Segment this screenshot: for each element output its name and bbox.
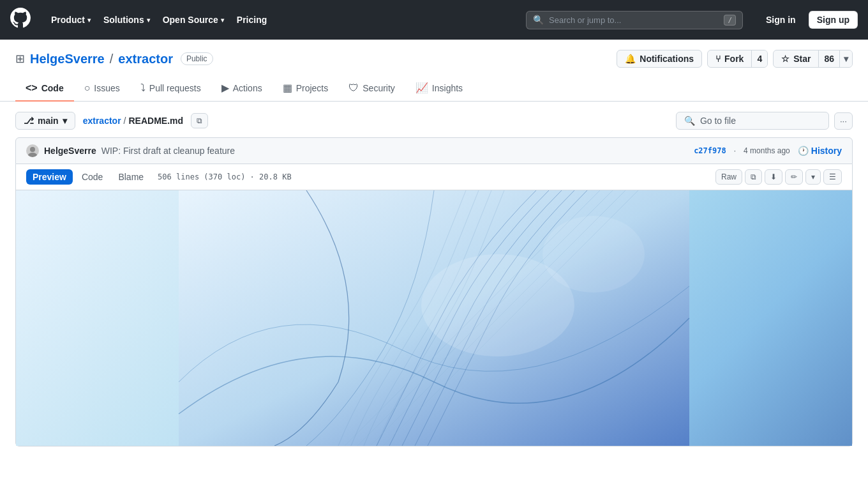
tab-security[interactable]: 🛡 Security [338,75,405,102]
github-logo[interactable] [10,8,31,32]
sign-up-button[interactable]: Sign up [809,11,858,29]
file-preview-area [16,190,852,446]
fork-icon: ⑂ [715,54,721,64]
more-file-options-button[interactable]: ▾ [805,169,821,185]
header: Product ▾ Solutions ▾ Open Source ▾ Pric… [0,0,868,40]
open-source-chevron-icon: ▾ [221,17,224,24]
breadcrumb-repo-link[interactable]: extractor [83,116,121,126]
nav-pricing[interactable]: Pricing [232,12,272,27]
search-placeholder: Search or jump to... [549,15,621,25]
download-icon: ⬇ [770,172,777,181]
list-button[interactable]: ☰ [823,169,842,185]
file-content-tabs: Preview Code Blame [26,169,150,185]
header-auth: Sign in Sign up [758,11,858,29]
svg-point-0 [30,147,35,152]
tab-preview[interactable]: Preview [26,169,73,185]
tab-insights[interactable]: 📈 Insights [405,75,473,102]
star-group: ☆ Star 86 ▾ [773,50,853,68]
bell-icon: 🔔 [625,54,636,64]
branch-icon: ⎇ [24,116,34,126]
security-icon: 🛡 [348,82,359,94]
product-chevron-icon: ▾ [87,17,91,24]
star-dropdown-button[interactable]: ▾ [839,50,852,67]
star-count[interactable]: 86 [818,50,839,67]
insights-icon: 📈 [415,82,428,94]
repo-tabs: <> Code ○ Issues ⤵ Pull requests ▶ Actio… [15,75,853,101]
fork-button[interactable]: ⑂ Fork [708,50,751,67]
history-link[interactable]: 🕐 History [798,146,842,156]
star-button[interactable]: ☆ Star [774,50,818,67]
more-options-icon: ··· [840,116,847,126]
pull-request-icon: ⤵ [140,82,146,94]
repo-icon: ⊞ [15,52,25,66]
go-to-file-input[interactable]: 🔍 Go to file [676,112,829,130]
breadcrumb-file: README.md [129,116,184,126]
tab-pull-requests[interactable]: ⤵ Pull requests [130,75,211,102]
projects-icon: ▦ [283,82,292,94]
repo-title-row: ⊞ HelgeSverre / extractor Public 🔔 Notif… [15,50,853,68]
main-nav: Product ▾ Solutions ▾ Open Source ▾ Pric… [46,12,272,27]
tab-code-view[interactable]: Code [75,169,109,185]
history-icon: 🕐 [798,146,809,156]
search-icon: 🔍 [533,15,544,25]
repo-title: ⊞ HelgeSverre / extractor Public [15,52,213,66]
breadcrumb: extractor / README.md ⧉ [83,113,208,128]
actions-icon: ▶ [221,82,229,94]
commit-sha-link[interactable]: c27f978 [694,146,726,155]
repo-visibility-badge: Public [181,52,213,65]
commit-left: HelgeSverre WIP: First draft at cleanup … [26,144,235,157]
nav-product[interactable]: Product ▾ [46,12,96,27]
breadcrumb-separator: / [124,116,126,126]
nav-open-source[interactable]: Open Source ▾ [158,12,229,27]
copy-path-button[interactable]: ⧉ [191,113,208,128]
branch-selector[interactable]: ⎇ main ▾ [15,112,75,130]
repo-owner-link[interactable]: HelgeSverre [30,52,105,66]
edit-button[interactable]: ✏ [785,169,803,185]
fork-count[interactable]: 4 [751,50,767,67]
svg-point-1 [28,153,37,157]
issues-icon: ○ [84,82,91,94]
commit-author-link[interactable]: HelgeSverre [44,146,96,156]
copy-icon: ⧉ [197,116,202,125]
star-icon: ☆ [781,54,789,64]
copy-file-icon: ⧉ [751,172,756,181]
commit-message: WIP: First draft at cleanup feature [101,146,235,156]
search-shortcut: / [724,15,736,26]
file-tabs-row: Preview Code Blame 506 lines (370 loc) ·… [16,164,852,190]
file-nav: ⎇ main ▾ extractor / README.md ⧉ 🔍 Go to… [15,112,853,130]
nav-solutions[interactable]: Solutions ▾ [98,12,155,27]
solutions-chevron-icon: ▾ [147,17,150,24]
commit-time: 4 months ago [744,146,790,155]
svg-point-4 [542,216,645,293]
repo-name-link[interactable]: extractor [118,52,173,66]
tab-projects[interactable]: ▦ Projects [273,75,339,102]
tab-issues[interactable]: ○ Issues [74,75,130,102]
file-content-box: Preview Code Blame 506 lines (370 loc) ·… [15,164,853,446]
commit-author-avatar [26,144,39,157]
commit-info-row: HelgeSverre WIP: First draft at cleanup … [15,137,853,164]
tab-code[interactable]: <> Code [15,75,74,102]
copy-file-button[interactable]: ⧉ [745,169,762,185]
tab-actions[interactable]: ▶ Actions [211,75,273,102]
list-icon: ☰ [829,172,836,181]
more-options-button[interactable]: ··· [834,112,853,130]
file-meta: 506 lines (370 loc) · 20.8 KB [158,172,292,181]
readme-image [16,190,852,446]
commit-right: c27f978 · 4 months ago 🕐 History [694,146,842,156]
code-icon: <> [26,82,38,94]
edit-icon: ✏ [791,172,797,181]
notifications-button[interactable]: 🔔 Notifications [617,50,702,68]
fork-group: ⑂ Fork 4 [707,50,768,68]
search-icon: 🔍 [684,116,695,126]
branch-chevron-icon: ▾ [63,116,67,126]
repo-separator: / [110,52,114,66]
raw-button[interactable]: Raw [715,169,742,185]
tab-blame[interactable]: Blame [112,169,150,185]
search-container: 🔍 Search or jump to... / [526,11,743,29]
file-actions: Raw ⧉ ⬇ ✏ ▾ ☰ [715,169,842,185]
repo-header: ⊞ HelgeSverre / extractor Public 🔔 Notif… [0,40,868,102]
search-box[interactable]: 🔍 Search or jump to... / [526,11,743,29]
download-button[interactable]: ⬇ [765,169,782,185]
sign-in-button[interactable]: Sign in [758,11,804,28]
file-nav-right: 🔍 Go to file ··· [676,112,853,130]
